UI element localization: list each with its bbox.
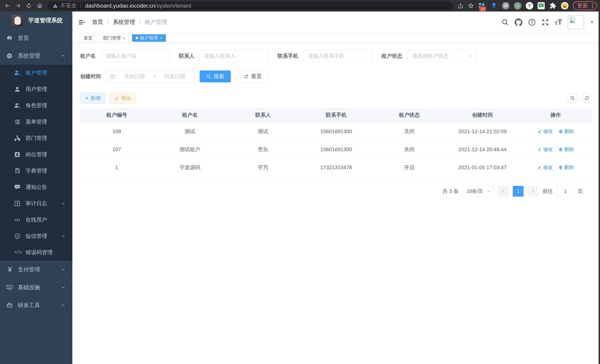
sidebar-item-posts[interactable]: 岗位管理 (0, 146, 72, 163)
date-range-picker[interactable]: 开始日期 - 结束日期 (106, 71, 195, 82)
tab-label: 租户管理 (140, 35, 158, 41)
phone-input[interactable] (303, 50, 372, 62)
sidebar-item-tenant[interactable]: 租户管理 (0, 65, 72, 81)
green-dot-icon (516, 4, 519, 8)
page-size-select[interactable]: 10条/页 (463, 186, 494, 197)
active-tab-dot-icon (136, 37, 138, 39)
extension-record-icon[interactable] (514, 2, 521, 9)
sidebar-item-notice[interactable]: 通知公告 (0, 179, 72, 195)
cell-created: 2021-01-05 17:03:47 (446, 159, 519, 177)
bookmark-star-icon[interactable] (468, 3, 474, 9)
help-icon[interactable] (528, 18, 536, 26)
goto-page-input[interactable] (557, 186, 574, 197)
avatar-caret-down-icon[interactable] (590, 20, 594, 25)
tab-tenant[interactable]: 租户管理 × (132, 34, 166, 42)
tab-departments[interactable]: 部门管理 × (99, 34, 129, 42)
browser-back-icon[interactable] (4, 3, 10, 9)
github-icon[interactable] (515, 18, 523, 26)
contact-input[interactable] (200, 50, 268, 62)
calendar-icon (110, 74, 115, 79)
font-size-icon[interactable]: TT (555, 18, 562, 26)
edit-link[interactable]: 修改 (537, 146, 553, 153)
tab-close-icon[interactable]: × (123, 36, 125, 40)
sidebar-item-sms[interactable]: 短信管理 (0, 228, 72, 244)
cell-tenant-name: 芋道源码 (153, 159, 226, 177)
share-icon[interactable] (458, 3, 463, 9)
edit-link[interactable]: 修改 (537, 164, 553, 171)
extensions-puzzle-icon[interactable] (549, 2, 557, 9)
sidebar-item-system[interactable]: 系统管理 (0, 47, 72, 65)
export-button[interactable]: 导出 (110, 93, 136, 103)
browser-home-icon[interactable] (37, 3, 43, 9)
not-secure-warning-icon[interactable] (53, 3, 58, 8)
sidebar-item-audit-log[interactable]: 审计日志 (0, 195, 72, 212)
extension-chat-icon[interactable] (538, 2, 545, 9)
browser-menu-kebab-icon[interactable] (591, 3, 595, 8)
filter-create-time: 创建时间 开始日期 - 结束日期 (80, 71, 195, 82)
sidebar-item-users[interactable]: 用户管理 (0, 81, 72, 97)
delete-link[interactable]: 删除 (558, 146, 574, 153)
col-tenant-name: 租户名 (153, 108, 226, 122)
breadcrumb-home[interactable]: 首页 (92, 18, 103, 26)
user-icon (14, 86, 20, 92)
sidebar-item-devtools[interactable]: 研发工具 (0, 296, 72, 314)
app-logo[interactable]: 芋道管理系统 (0, 11, 72, 29)
sidebar-item-payment[interactable]: ¥ 支付管理 (0, 261, 72, 279)
search-icon (570, 95, 575, 101)
tab-close-icon[interactable]: × (160, 36, 162, 40)
tab-home[interactable]: 首页 (80, 34, 96, 42)
contact-label: 联系人 (179, 53, 194, 60)
fullscreen-icon[interactable] (541, 18, 549, 26)
browser-update-button[interactable]: 更新 (573, 1, 597, 10)
chevron-down-icon (487, 189, 491, 194)
avatar[interactable] (568, 15, 584, 29)
filter-contact: 联系人 (179, 50, 268, 62)
sidebar-item-roles[interactable]: 角色管理 (0, 97, 72, 114)
search-icon (206, 74, 211, 79)
next-page-button[interactable] (528, 186, 538, 197)
browser-reload-icon[interactable] (26, 3, 32, 9)
extension-badge: 10 (479, 7, 486, 11)
browser-forward-icon[interactable] (15, 3, 21, 9)
extension-command-icon[interactable]: ⌘ (502, 2, 509, 9)
sidebar-item-departments[interactable]: 部门管理 (0, 130, 72, 146)
audit-icon (14, 200, 20, 207)
extension-y-icon[interactable]: Y (526, 2, 533, 9)
browser-scrollbar[interactable] (599, 11, 600, 364)
reset-button[interactable]: 重置 (238, 71, 267, 82)
delete-link[interactable]: 删除 (558, 164, 574, 171)
col-created: 创建时间 (446, 108, 519, 122)
sidebar-item-menus[interactable]: 菜单管理 (0, 114, 72, 130)
page-number-1[interactable]: 1 (513, 186, 524, 197)
delete-link[interactable]: 删除 (558, 128, 574, 135)
sidebar-item-error-codes[interactable]: </> 错误码管理 (0, 244, 72, 261)
address-bar[interactable]: 不安全 dashboard.yudao.iocoder.cn/system/te… (47, 1, 453, 10)
sidebar-item-online-users[interactable]: 在线用户 (0, 212, 72, 228)
sidebar-item-home[interactable]: 首页 (0, 29, 72, 47)
show-search-toggle-button[interactable] (567, 93, 578, 103)
url-text[interactable]: dashboard.yudao.iocoder.cn/system/tenant (85, 3, 191, 9)
add-button[interactable]: + 新增 (80, 93, 106, 103)
sidebar-toggle-icon[interactable] (78, 19, 85, 26)
tenant-name-input[interactable] (101, 50, 169, 62)
breadcrumb-current: 租户管理 (145, 18, 167, 26)
start-date-placeholder: 开始日期 (118, 73, 151, 80)
breadcrumb-system[interactable]: 系统管理 (113, 18, 135, 26)
sidebar-item-dict[interactable]: 字典管理 (0, 163, 72, 179)
dashboard-icon (6, 35, 13, 41)
sidebar-item-infra[interactable]: 基础设施 (0, 279, 72, 296)
extension-kite-icon[interactable] (490, 2, 497, 9)
extension-grid-icon[interactable]: 10 (478, 2, 486, 9)
header-search-icon[interactable] (501, 18, 509, 26)
yen-icon: ¥ (6, 266, 13, 274)
search-button[interactable]: 搜索 (200, 71, 231, 82)
sidebar-item-label: 岗位管理 (26, 151, 66, 158)
col-status: 租户状态 (373, 108, 446, 122)
prev-page-button[interactable] (498, 186, 509, 197)
status-select[interactable]: 请选择租户状态 (407, 50, 476, 62)
edit-link[interactable]: 修改 (537, 128, 553, 135)
refresh-table-button[interactable] (582, 93, 592, 103)
extension-emoji-icon[interactable] (561, 2, 568, 9)
code-icon: </> (14, 250, 22, 255)
search-button-label: 搜索 (214, 73, 224, 80)
